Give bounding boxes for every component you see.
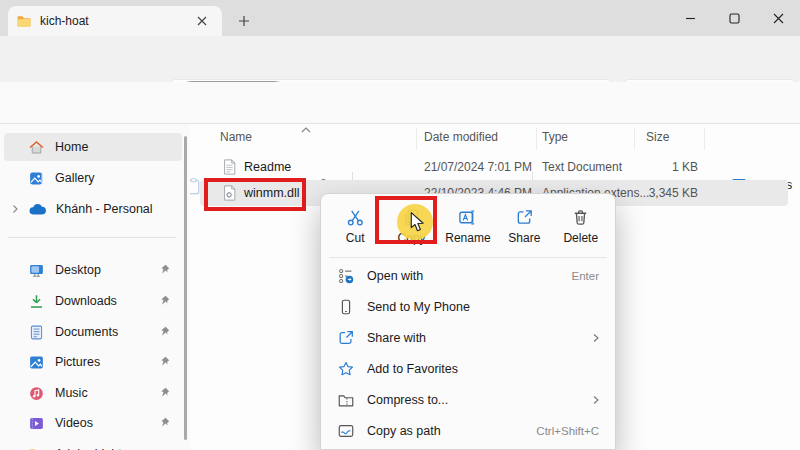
- sidebar-item-videos[interactable]: Videos: [4, 409, 182, 437]
- window-controls: [668, 0, 800, 36]
- menu-item-label: Copy as path: [367, 424, 536, 438]
- music-icon: [28, 385, 45, 402]
- folder-icon: [16, 13, 32, 29]
- column-header-date[interactable]: Date modified: [424, 130, 498, 144]
- column-divider[interactable]: [416, 128, 417, 150]
- menu-item-copy-as-path[interactable]: Copy as path Ctrl+Shift+C: [325, 415, 613, 446]
- pin-icon: [158, 355, 172, 369]
- annotation-box-copy: [375, 196, 437, 244]
- sidebar-item-adobe-light[interactable]: Adobe Light: [4, 440, 182, 450]
- menu-item-shortcut: Enter: [572, 270, 600, 282]
- home-icon: [28, 139, 45, 156]
- compress-zip-icon: [337, 391, 355, 409]
- close-window-button[interactable]: [756, 3, 800, 33]
- menu-item-label: Share with: [367, 331, 591, 345]
- sidebar-item-downloads[interactable]: Downloads: [4, 287, 182, 315]
- folder-icon: [28, 446, 45, 450]
- navigation-bar: Start backup kich-hoat: [0, 36, 800, 82]
- new-tab-button[interactable]: [232, 9, 256, 33]
- file-explorer-window: kich-hoat: [0, 0, 800, 450]
- documents-icon: [28, 324, 45, 341]
- downloads-icon: [28, 293, 45, 310]
- gallery-icon: [28, 170, 45, 187]
- share-with-icon: [337, 329, 355, 347]
- sidebar-item-desktop[interactable]: Desktop: [4, 256, 182, 284]
- explorer-tab[interactable]: kich-hoat: [8, 6, 222, 36]
- onedrive-cloud-icon: [28, 203, 46, 216]
- context-quick-actions: Cut Copy Rename: [321, 201, 615, 251]
- sidebar-item-music[interactable]: Music: [4, 379, 182, 407]
- desktop-icon: [28, 262, 45, 279]
- submenu-chevron-icon: [591, 395, 601, 405]
- sidebar-item-onedrive[interactable]: Khánh - Personal: [4, 195, 182, 223]
- delete-icon: [571, 208, 590, 227]
- sidebar-item-label: Documents: [55, 325, 158, 339]
- menu-item-label: Compress to...: [367, 393, 591, 407]
- sidebar-item-pictures[interactable]: Pictures: [4, 348, 182, 376]
- column-header-name[interactable]: Name: [220, 130, 252, 144]
- command-toolbar: New: [0, 82, 800, 124]
- menu-item-properties[interactable]: Properties Alt+Enter: [325, 446, 613, 450]
- maximize-icon: [729, 13, 740, 24]
- sidebar-item-label: Desktop: [55, 263, 158, 277]
- pin-icon: [158, 386, 172, 400]
- menu-item-add-to-favorites[interactable]: Add to Favorites: [325, 353, 613, 384]
- mouse-cursor-icon: [409, 212, 426, 232]
- menu-item-share-with[interactable]: Share with: [325, 322, 613, 353]
- sidebar-item-label: Khánh - Personal: [56, 202, 182, 216]
- context-menu-separator: [329, 257, 607, 258]
- sidebar-item-documents[interactable]: Documents: [4, 318, 182, 346]
- sidebar-item-label: Pictures: [55, 355, 158, 369]
- sidebar-item-label: Downloads: [55, 294, 158, 308]
- pin-icon: [158, 263, 172, 277]
- ctx-rename-label: Rename: [445, 231, 490, 245]
- sidebar-item-gallery[interactable]: Gallery: [4, 164, 182, 192]
- star-icon: [337, 360, 355, 378]
- sidebar-divider: [8, 237, 176, 238]
- sidebar-item-label: Music: [55, 386, 158, 400]
- tab-close-icon[interactable]: [190, 9, 214, 33]
- ctx-cut-label: Cut: [346, 231, 365, 245]
- column-divider[interactable]: [536, 128, 537, 150]
- file-name: Readme: [244, 160, 291, 174]
- ctx-share-label: Share: [508, 231, 540, 245]
- column-divider[interactable]: [634, 128, 635, 150]
- sidebar: Home Gallery Khánh - Personal: [0, 124, 190, 450]
- menu-item-compress-to[interactable]: Compress to...: [325, 384, 613, 415]
- share-icon: [515, 208, 534, 227]
- sidebar-scrollbar[interactable]: [184, 136, 187, 440]
- minimize-button[interactable]: [668, 3, 712, 33]
- pictures-icon: [28, 354, 45, 371]
- sidebar-item-label: Home: [55, 140, 182, 154]
- close-icon: [197, 16, 207, 26]
- pin-icon: [158, 416, 172, 430]
- menu-item-send-to-phone[interactable]: Send to My Phone: [325, 291, 613, 322]
- column-header-size[interactable]: Size: [646, 130, 669, 144]
- file-size: 1 KB: [600, 160, 698, 174]
- phone-icon: [337, 298, 355, 316]
- expand-chevron-icon[interactable]: [10, 204, 20, 214]
- context-menu: Cut Copy Rename: [320, 193, 616, 450]
- ctx-delete-button[interactable]: Delete: [553, 201, 608, 251]
- pin-icon: [158, 325, 172, 339]
- ctx-share-button[interactable]: Share: [497, 201, 552, 251]
- ctx-delete-label: Delete: [563, 231, 598, 245]
- sidebar-item-home[interactable]: Home: [4, 133, 182, 161]
- text-file-icon: [222, 159, 237, 175]
- sidebar-item-label: Videos: [55, 416, 158, 430]
- title-bar: kich-hoat: [0, 0, 800, 36]
- open-with-icon: [337, 267, 355, 285]
- sidebar-item-label: Gallery: [55, 171, 182, 185]
- file-row-readme[interactable]: Readme 21/07/2024 7:01 PM Text Document …: [200, 154, 788, 180]
- annotation-box-winmm: [204, 178, 306, 211]
- ctx-rename-button[interactable]: Rename: [440, 201, 495, 251]
- column-divider[interactable]: [704, 128, 705, 150]
- menu-item-open-with[interactable]: Open with Enter: [325, 260, 613, 291]
- column-header-type[interactable]: Type: [542, 130, 568, 144]
- maximize-button[interactable]: [712, 3, 756, 33]
- sort-ascending-icon[interactable]: [300, 126, 312, 134]
- window-close-icon: [773, 13, 784, 24]
- pin-icon: [158, 294, 172, 308]
- menu-item-label: Add to Favorites: [367, 362, 613, 376]
- rename-icon: [458, 208, 477, 227]
